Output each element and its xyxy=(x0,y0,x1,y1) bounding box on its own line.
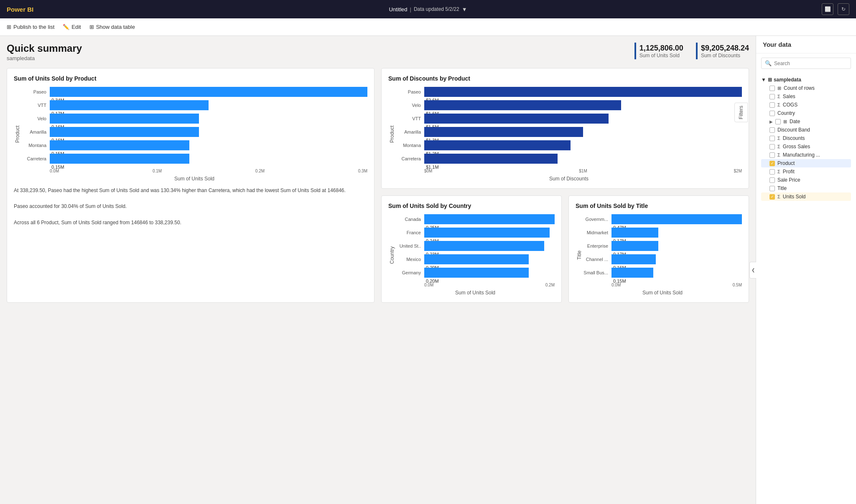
bar-label: France xyxy=(396,230,421,235)
y-axis-label-country: Country xyxy=(388,214,396,296)
sidebar-item-units_sold[interactable]: ✓ΣUnits Sold xyxy=(761,192,851,201)
search-box[interactable]: 🔍 xyxy=(761,58,851,69)
bar-container[interactable]: $1.2M xyxy=(424,140,742,150)
bar-container[interactable]: $1.5M xyxy=(424,114,742,124)
bar-fill xyxy=(50,100,209,110)
bar-row: Velo$1.6M xyxy=(396,100,742,110)
chart-units-by-product: Sum of Units Sold by Product Product Pas… xyxy=(7,68,374,303)
sidebar-item-label: Date xyxy=(790,119,800,124)
bar-fill xyxy=(611,241,658,251)
chart-units-by-country: Sum of Units Sold by Country Country Can… xyxy=(381,195,562,303)
bar-label: United St.. xyxy=(396,243,421,248)
checkbox-count_rows[interactable] xyxy=(769,86,775,91)
section-label: sampledata xyxy=(774,77,801,83)
checkbox-profit[interactable] xyxy=(769,169,775,175)
bar-fill xyxy=(50,140,189,150)
app-logo: Power BI xyxy=(7,6,33,13)
bar-container[interactable]: 0.25M xyxy=(424,214,555,224)
sigma-icon: Σ xyxy=(777,136,780,141)
bar-container[interactable]: 0.17M xyxy=(50,100,367,110)
bar-row: Amarilla0.16M xyxy=(21,127,367,137)
checkbox-cogs[interactable] xyxy=(769,102,775,108)
bar-fill xyxy=(611,268,653,278)
checkbox-date[interactable] xyxy=(775,119,781,124)
bar-container[interactable]: 0.15M xyxy=(50,154,367,164)
bar-label: Amarilla xyxy=(21,129,46,134)
sidebar-item-label: Count of rows xyxy=(784,85,815,91)
bar-container[interactable]: 0.15M xyxy=(50,140,367,150)
bar-container[interactable]: 0.16M xyxy=(50,127,367,137)
bar-label: Montana xyxy=(396,143,421,148)
chevron-down-icon[interactable]: ▼ xyxy=(462,6,467,13)
sidebar-item-discount_band[interactable]: Discount Band xyxy=(761,126,851,134)
sidebar-item-gross_sales[interactable]: ΣGross Sales xyxy=(761,142,851,151)
content-area: Quick summary sampledata 1,125,806.00 Su… xyxy=(0,36,756,504)
search-input[interactable] xyxy=(774,61,847,66)
bar-container[interactable]: 0.34M xyxy=(50,87,367,97)
bar-fill xyxy=(424,214,555,224)
sidebar-item-date[interactable]: ▶⊞Date xyxy=(761,117,851,126)
bar-value: 0.15M xyxy=(613,279,626,284)
edit-button[interactable]: ✏️ Edit xyxy=(63,24,81,30)
sidebar-collapse-button[interactable]: ❮ xyxy=(749,262,756,279)
bar-container[interactable]: 0.23M xyxy=(424,241,555,251)
topbar: Power BI Untitled | Data updated 5/2/22 … xyxy=(0,0,856,18)
bar-container[interactable]: $1.1M xyxy=(424,154,742,164)
checkbox-title[interactable] xyxy=(769,186,775,191)
show-data-button[interactable]: ⊞ Show data table xyxy=(89,24,135,30)
bar-container[interactable]: 0.17M xyxy=(611,241,742,251)
toolbar: ⊞ Publish to the list ✏️ Edit ⊞ Show dat… xyxy=(0,18,856,36)
sidebar-item-cogs[interactable]: ΣCOGS xyxy=(761,101,851,109)
section-header-sampledata[interactable]: ▼ ⊞ sampledata xyxy=(761,76,851,84)
bar-container[interactable]: $2.6M xyxy=(424,87,742,97)
bar-fill xyxy=(611,254,656,264)
checkbox-gross_sales[interactable] xyxy=(769,144,775,149)
checkbox-discount_band[interactable] xyxy=(769,127,775,133)
bar-container[interactable]: 0.24M xyxy=(424,228,555,238)
sidebar-item-discounts[interactable]: ΣDiscounts xyxy=(761,134,851,142)
main-layout: Quick summary sampledata 1,125,806.00 Su… xyxy=(0,36,856,504)
bar-label: VTT xyxy=(21,103,46,108)
sidebar-item-product[interactable]: ✓Product xyxy=(761,159,851,167)
filters-tab[interactable]: Filters xyxy=(734,103,748,122)
checkbox-units_sold[interactable]: ✓ xyxy=(769,194,775,200)
sidebar-item-count_rows[interactable]: ⊞Count of rows xyxy=(761,84,851,92)
kpi-units-values: 1,125,806.00 Sum of Units Sold xyxy=(639,44,683,58)
chart-body-units-country: Country Canada0.25MFrance0.24MUnited St.… xyxy=(388,214,555,296)
publish-button[interactable]: ⊞ Publish to the list xyxy=(7,24,54,30)
table-icon: ⊞ xyxy=(89,24,94,30)
checkbox-sales[interactable] xyxy=(769,94,775,99)
refresh-button[interactable]: ↻ xyxy=(838,3,849,15)
checkbox-country[interactable] xyxy=(769,111,775,116)
sidebar-item-manufacturing[interactable]: ΣManufacturing ... xyxy=(761,151,851,159)
bar-fill xyxy=(50,127,199,137)
bar-container[interactable]: 0.15M xyxy=(611,268,742,278)
publish-label: Publish to the list xyxy=(13,24,54,30)
sidebar-item-sales[interactable]: ΣSales xyxy=(761,92,851,101)
bar-container[interactable]: 0.16M xyxy=(611,254,742,264)
bar-container[interactable]: 0.16M xyxy=(50,114,367,124)
bar-container[interactable]: 0.20M xyxy=(424,254,555,264)
checkbox-sale_price[interactable] xyxy=(769,177,775,183)
bar-container[interactable]: 0.20M xyxy=(424,268,555,278)
bar-container[interactable]: 0.47M xyxy=(611,214,742,224)
bar-label: Midmarket xyxy=(583,230,608,235)
checkbox-product[interactable]: ✓ xyxy=(769,161,775,166)
bar-chart-discounts-product: Paseo$2.6MVelo$1.6MVTT$1.5MAmarilla$1.3M… xyxy=(396,87,742,167)
checkbox-manufacturing[interactable] xyxy=(769,152,775,158)
bar-container[interactable]: $1.3M xyxy=(424,127,742,137)
bar-container[interactable]: $1.6M xyxy=(424,100,742,110)
sigma-icon: Σ xyxy=(777,102,780,107)
bar-row: Small Bus...0.15M xyxy=(583,268,742,278)
bar-fill xyxy=(50,154,189,164)
sidebar-item-title[interactable]: Title xyxy=(761,184,851,192)
sidebar-item-label: Sales xyxy=(783,94,795,99)
x-label-units-product: Sum of Units Sold xyxy=(21,176,367,182)
window-button[interactable]: ⬜ xyxy=(822,3,833,15)
bar-fill xyxy=(50,114,199,124)
checkbox-discounts[interactable] xyxy=(769,136,775,141)
sidebar-item-profit[interactable]: ΣProfit xyxy=(761,167,851,176)
sidebar-item-country[interactable]: Country xyxy=(761,109,851,117)
sidebar-item-sale_price[interactable]: Sale Price xyxy=(761,176,851,184)
bar-container[interactable]: 0.17M xyxy=(611,228,742,238)
